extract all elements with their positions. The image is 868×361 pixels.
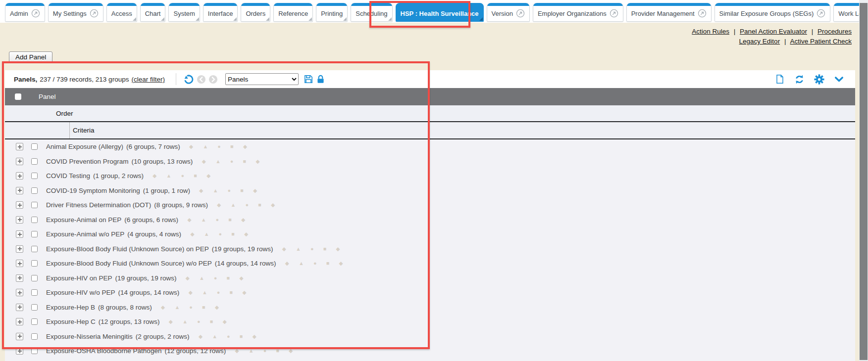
row-checkbox[interactable] xyxy=(31,173,38,179)
undo-icon[interactable] xyxy=(183,74,194,85)
tab-work-locatio[interactable]: Work Locatio xyxy=(833,3,859,22)
expand-row-icon[interactable] xyxy=(16,172,23,180)
collapse-panel-icon[interactable] xyxy=(834,74,844,85)
row-checkbox[interactable] xyxy=(31,231,38,237)
header-link[interactable]: Procedures xyxy=(817,28,852,35)
row-checkbox[interactable] xyxy=(31,333,38,340)
add-panel-button[interactable]: Add Panel xyxy=(9,51,52,63)
table-row[interactable]: Exposure-Nisseria Meningitis (2 groups, … xyxy=(5,329,855,344)
row-checkbox[interactable] xyxy=(31,246,38,252)
expand-row-icon[interactable] xyxy=(16,245,23,253)
tab-provider-management[interactable]: Provider Management xyxy=(626,3,712,22)
tab-scheduling[interactable]: Scheduling xyxy=(351,3,392,22)
tab-employer-organizations[interactable]: Employer Organizations xyxy=(533,3,623,22)
table-row[interactable]: Exposure-HIV on PEP (19 groups, 19 rows) xyxy=(5,271,855,286)
tab-chart[interactable]: Chart xyxy=(140,3,166,22)
gear-icon[interactable] xyxy=(814,74,824,85)
tab-label: Work Locatio xyxy=(838,10,859,17)
table-row[interactable]: Exposure-Animal on PEP (6 groups, 6 rows… xyxy=(5,213,855,227)
table-row[interactable]: COVID-19 Symptom Monitoring (1 group, 1 … xyxy=(5,183,855,198)
tab-reference[interactable]: Reference xyxy=(273,3,313,22)
refresh-icon[interactable] xyxy=(794,74,805,85)
table-row[interactable]: COVID Prevention Program (10 groups, 13 … xyxy=(5,154,855,169)
row-checkbox[interactable] xyxy=(31,289,38,296)
open-external-icon[interactable] xyxy=(698,9,707,18)
table-row[interactable]: Exposure-Hep B (8 groups, 8 rows) xyxy=(5,300,855,315)
row-checkbox[interactable] xyxy=(31,143,38,150)
grid-toolbar: Panels, 237 / 739 records, 213 groups (c… xyxy=(5,70,855,88)
row-checkbox[interactable] xyxy=(31,260,38,267)
header-link[interactable]: Panel Action Evaluator xyxy=(740,28,807,35)
row-action-ghost-icons xyxy=(169,318,231,325)
tab-system[interactable]: System xyxy=(168,3,200,22)
table-row[interactable]: Exposure-Animal w/o PEP (4 groups, 4 row… xyxy=(5,227,855,242)
table-row[interactable]: Driver Fitness Determination (DOT) (8 gr… xyxy=(5,198,855,213)
tab-admin[interactable]: Admin xyxy=(5,3,45,22)
open-external-icon[interactable] xyxy=(90,9,99,18)
row-checkbox[interactable] xyxy=(31,202,38,208)
row-checkbox[interactable] xyxy=(31,318,38,325)
row-action-ghost-icons xyxy=(187,217,249,223)
row-checkbox[interactable] xyxy=(31,187,38,194)
column-divider xyxy=(69,122,70,138)
open-external-icon[interactable] xyxy=(516,9,525,18)
expand-row-icon[interactable] xyxy=(16,158,23,165)
expand-row-icon[interactable] xyxy=(16,201,23,209)
table-row[interactable]: Exposure-Blood Body Fluid (Unknown Sourc… xyxy=(5,242,855,257)
tab-printing[interactable]: Printing xyxy=(316,3,348,22)
table-row[interactable]: Animal Exposure (Allergy) (6 groups, 7 r… xyxy=(5,139,855,154)
expand-row-icon[interactable] xyxy=(16,143,23,150)
expand-row-icon[interactable] xyxy=(16,304,23,311)
expand-row-icon[interactable] xyxy=(16,289,23,296)
table-row[interactable]: Exposure-HIV w/o PEP (14 groups, 14 rows… xyxy=(5,285,855,300)
header-link[interactable]: Active Patient Check xyxy=(790,38,852,45)
expand-row-icon[interactable] xyxy=(16,333,23,340)
tab-access[interactable]: Access xyxy=(106,3,137,22)
tab-orders[interactable]: Orders xyxy=(241,3,270,22)
row-checkbox[interactable] xyxy=(31,348,38,354)
table-row[interactable]: Exposure-OSHA Bloodborne Pathogen (12 gr… xyxy=(5,344,855,359)
expand-row-icon[interactable] xyxy=(16,274,23,282)
row-checkbox[interactable] xyxy=(31,158,38,165)
open-external-icon[interactable] xyxy=(31,9,40,18)
open-external-icon[interactable] xyxy=(817,9,825,18)
table-row[interactable]: Exposure-Hep C (12 groups, 13 rows) xyxy=(5,315,855,329)
vertical-scrollbar[interactable] xyxy=(859,0,868,361)
clear-filter-link[interactable]: (clear filter) xyxy=(131,76,165,83)
open-external-icon[interactable] xyxy=(610,9,618,18)
next-icon[interactable] xyxy=(208,75,218,84)
expand-row-icon[interactable] xyxy=(16,230,23,238)
row-action-ghost-icons xyxy=(185,275,247,281)
tab-hsp-health-surveillance[interactable]: HSP : Health Surveillance xyxy=(396,3,484,22)
previous-icon[interactable] xyxy=(197,75,206,84)
table-row[interactable]: Exposure-Blood Body Fluid (Unknown Sourc… xyxy=(5,256,855,271)
panel-name: Animal Exposure (Allergy) xyxy=(46,143,123,150)
grid-title: Panels, xyxy=(14,76,37,83)
scrollbar-thumb[interactable] xyxy=(860,3,868,360)
select-all-checkbox[interactable] xyxy=(15,93,21,100)
expand-row-icon[interactable] xyxy=(16,318,23,325)
tab-interface[interactable]: Interface xyxy=(203,3,238,22)
tab-similar-exposure-groups-segs[interactable]: Similar Exposure Groups (SEGs) xyxy=(715,3,831,22)
tab-label: Chart xyxy=(145,10,161,17)
expand-row-icon[interactable] xyxy=(16,260,23,267)
expand-row-icon[interactable] xyxy=(16,187,23,194)
tab-version[interactable]: Version xyxy=(487,3,530,22)
panel-rows: Animal Exposure (Allergy) (6 groups, 7 r… xyxy=(5,139,855,359)
header-link[interactable]: Legacy Editor xyxy=(739,38,780,45)
panel-name: COVID-19 Symptom Monitoring xyxy=(46,187,140,194)
tab-my-settings[interactable]: My Settings xyxy=(48,3,103,22)
expand-row-icon[interactable] xyxy=(16,347,23,355)
header-link[interactable]: Action Rules xyxy=(692,28,729,35)
row-checkbox[interactable] xyxy=(31,275,38,281)
row-checkbox[interactable] xyxy=(31,304,38,311)
table-row[interactable]: COVID Testing (1 group, 2 rows) xyxy=(5,169,855,183)
new-record-icon[interactable] xyxy=(775,74,785,84)
expand-row-icon[interactable] xyxy=(16,216,23,224)
row-checkbox[interactable] xyxy=(31,217,38,223)
save-icon[interactable] xyxy=(304,74,313,84)
view-select[interactable]: Panels xyxy=(225,73,299,85)
panel-group-count: (6 groups, 7 rows) xyxy=(126,143,180,150)
lock-icon[interactable] xyxy=(316,75,325,84)
panel-name: Driver Fitness Determination (DOT) xyxy=(46,201,151,209)
